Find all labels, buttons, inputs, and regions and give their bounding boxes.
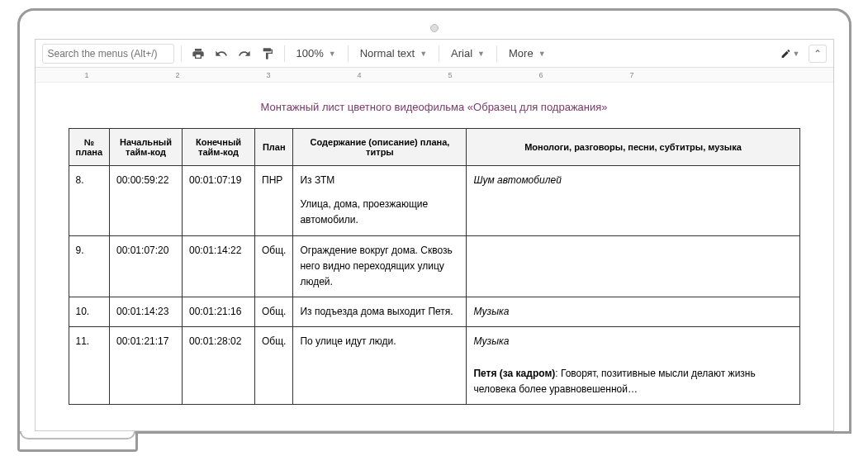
th-plan: План (255, 129, 293, 166)
table-row[interactable]: 8.00:00:59:2200:01:07:19ПНРИз ЗТМУлица, … (69, 166, 799, 236)
more-label: More (509, 47, 534, 59)
laptop-mockup: 100%▼ Normal text▼ Arial▼ More▼ ▼ ⌃ 1234… (17, 8, 851, 452)
chevron-down-icon: ▼ (793, 50, 800, 58)
zoom-value: 100% (296, 47, 324, 59)
redo-icon[interactable] (235, 44, 254, 64)
zoom-dropdown[interactable]: 100%▼ (292, 44, 341, 64)
document-page: Монтажный лист цветного видеофильма «Обр… (36, 83, 833, 405)
table-row[interactable]: 10.00:01:14:2300:01:21:16Общ.Из подъезда… (69, 297, 799, 327)
table-row[interactable]: 9.00:01:07:2000:01:14:22Общ.Ограждение в… (69, 235, 799, 297)
paint-format-icon[interactable] (258, 44, 277, 64)
ruler-mark: 1 (85, 71, 89, 79)
chevron-down-icon: ▼ (477, 50, 485, 58)
camera-icon (430, 24, 439, 32)
ruler: 1234567 (36, 68, 833, 83)
document-title: Монтажный лист цветного видеофильма «Обр… (69, 101, 800, 113)
expand-icon[interactable]: ⌃ (809, 45, 827, 63)
th-tc-end: Конечный тайм-код (183, 129, 255, 166)
chevron-down-icon: ▼ (538, 50, 546, 58)
th-tc-start: Начальный тайм-код (110, 129, 183, 166)
toolbar: 100%▼ Normal text▼ Arial▼ More▼ ▼ ⌃ (36, 40, 833, 68)
chevron-down-icon: ▼ (329, 50, 336, 58)
print-icon[interactable] (188, 44, 208, 64)
paragraph-style-dropdown[interactable]: Normal text▼ (355, 44, 432, 64)
ruler-mark: 7 (630, 71, 634, 79)
th-number: № плана (69, 129, 110, 166)
ruler-mark: 2 (176, 71, 180, 79)
font-value: Arial (451, 47, 472, 59)
ruler-mark: 4 (358, 71, 362, 79)
more-dropdown[interactable]: More▼ (504, 44, 551, 64)
th-audio: Монологи, разговоры, песни, субтитры, му… (467, 129, 799, 166)
edit-mode-icon[interactable]: ▼ (780, 44, 800, 64)
th-desc: Содержание (описание) плана, титры (293, 129, 467, 166)
table-row[interactable]: 11.00:01:21:1700:01:28:02Общ.По улице ид… (69, 327, 799, 405)
undo-icon[interactable] (211, 44, 231, 64)
style-value: Normal text (360, 47, 415, 59)
document-app: 100%▼ Normal text▼ Arial▼ More▼ ▼ ⌃ 1234… (35, 39, 834, 431)
table-body[interactable]: 8.00:00:59:2200:01:07:19ПНРИз ЗТМУлица, … (69, 166, 799, 405)
shot-list-table: № плана Начальный тайм-код Конечный тайм… (69, 128, 800, 405)
chevron-down-icon: ▼ (420, 50, 427, 58)
ruler-mark: 3 (267, 71, 271, 79)
search-input[interactable] (42, 44, 174, 64)
ruler-mark: 6 (539, 71, 543, 79)
font-dropdown[interactable]: Arial▼ (446, 44, 490, 64)
ruler-mark: 5 (448, 71, 453, 79)
